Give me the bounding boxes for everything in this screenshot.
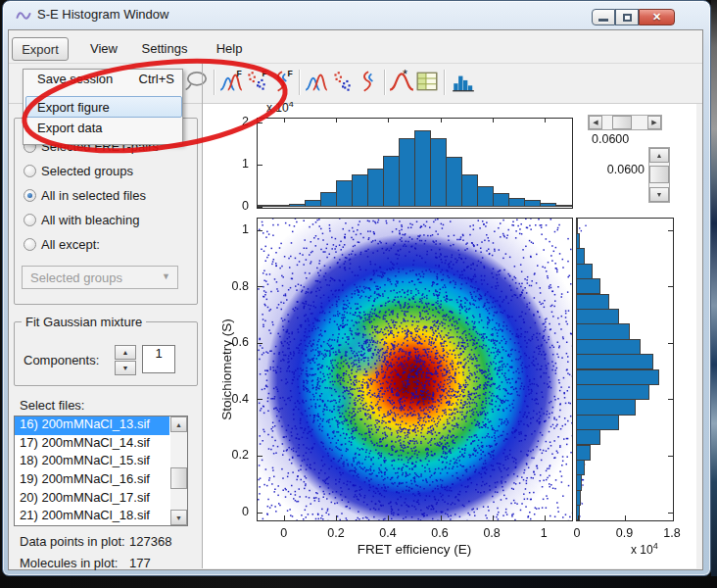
fret-hist-icon	[304, 69, 329, 94]
x-tick-mark	[545, 515, 546, 520]
right-histogram-bar	[576, 445, 591, 461]
right-histogram-bar	[576, 294, 609, 310]
right-histogram-bar	[576, 384, 649, 400]
trace-button[interactable]	[355, 69, 380, 94]
y-tick-mark	[258, 513, 263, 514]
top-histogram-bar	[524, 200, 541, 207]
menu-item-export-figure[interactable]: Export figure	[25, 96, 182, 118]
restore-icon	[623, 14, 632, 22]
chevron-down-icon: ▼	[162, 271, 170, 281]
menu-view[interactable]: View	[80, 37, 127, 61]
trace-corrected-button[interactable]: F	[269, 69, 295, 94]
right-histogram-bar	[576, 309, 619, 324]
app-wave-icon	[16, 9, 31, 26]
menu-settings[interactable]: Settings	[133, 37, 196, 61]
s-bin-value: 0.0600	[596, 163, 645, 176]
y-tick-mark	[258, 343, 263, 344]
top-hist-x-tick-mark	[441, 119, 442, 122]
right-histogram-bar	[576, 278, 600, 294]
y-axis-title: Stoichiometry (S)	[219, 296, 233, 443]
histogram-button[interactable]	[451, 69, 476, 94]
shortcut-label: Ctrl+S	[139, 72, 182, 86]
top-histogram-bar	[414, 130, 431, 207]
top-hist-multiplier: x 104	[266, 102, 306, 116]
restore-button[interactable]	[615, 9, 639, 25]
radio-all-except-label[interactable]: All except:	[41, 237, 100, 252]
desktop-bottom-strip	[0, 576, 717, 588]
top-histogram-bar	[461, 174, 478, 207]
scatter-corrected-button[interactable]: F	[244, 69, 269, 94]
scatter-button[interactable]	[329, 69, 355, 94]
right-histogram-bar	[576, 264, 593, 279]
radio-all-in-selected-files[interactable]	[24, 189, 36, 202]
scroll-up-button[interactable]: ▲	[170, 416, 187, 432]
menu-item-save-session[interactable]: Save session Ctrl+S	[25, 72, 182, 95]
radio-all-with-bleaching[interactable]	[24, 214, 36, 226]
close-button[interactable]: ✕	[639, 9, 675, 25]
files-listbox[interactable]: 16) 200mMNaCl_13.sif17) 200mMNaCl_14.sif…	[14, 416, 188, 526]
radio-selected-groups-label[interactable]: Selected groups	[41, 164, 133, 178]
gaussian-fit-icon: *	[389, 69, 414, 94]
top-histogram-bar	[399, 138, 415, 207]
menu-item-export-data[interactable]: Export data	[25, 121, 182, 144]
fret-hist-corrected-button[interactable]: F	[218, 69, 244, 94]
scroll-down-button[interactable]: ▼	[170, 510, 187, 525]
top-histogram-bar	[273, 205, 290, 207]
x-tick-label: 1	[532, 526, 555, 540]
top-hist-y-tick-labels: 012	[229, 118, 253, 209]
s-bin-scrollbar[interactable]: ▲ ▼	[648, 147, 670, 203]
file-item[interactable]: 19) 200mMNaCl_16.sif	[15, 471, 169, 490]
top-hist-y-tick-label: 0	[229, 199, 249, 213]
right-hist-y-tick-mark	[668, 286, 673, 287]
radio-all-with-bleaching-label[interactable]: All with bleaching	[41, 213, 139, 227]
menu-export[interactable]: Export	[12, 37, 69, 61]
files-scrollbar[interactable]: ▲ ▼	[170, 416, 187, 525]
components-label: Components:	[24, 353, 99, 368]
radio-all-in-selected-files-label[interactable]: All in selected files	[41, 188, 146, 203]
menu-help[interactable]: Help	[208, 37, 251, 61]
top-hist-x-tick-mark	[493, 119, 494, 122]
file-item[interactable]: 17) 200mMNaCl_14.sif	[15, 435, 169, 454]
file-item[interactable]: 16) 200mMNaCl_13.sif	[15, 416, 169, 435]
s-bin-down-button[interactable]: ▼	[649, 187, 669, 202]
right-histogram-bar	[576, 354, 653, 369]
components-spin-up[interactable]: ▲	[115, 345, 136, 360]
e-bin-value: 0.0600	[592, 132, 629, 146]
scroll-thumb[interactable]	[170, 467, 187, 489]
top-histogram-plot	[257, 118, 573, 209]
x-tick-labels: 00.20.40.60.81	[257, 524, 573, 540]
e-bin-slider[interactable]: ◀ ▶	[588, 115, 662, 130]
scatter-plot-area[interactable]	[257, 218, 573, 521]
slider-right-button[interactable]: ▶	[647, 116, 661, 129]
y-tick-label: 0.8	[223, 279, 249, 293]
components-spin-down[interactable]: ▼	[115, 361, 136, 375]
right-histogram-bar	[576, 429, 600, 445]
slider-left-button[interactable]: ◀	[589, 116, 602, 129]
right-hist-x-tick-mark	[578, 515, 579, 520]
menubar-divider	[9, 63, 702, 64]
lasso-tool-button[interactable]	[184, 69, 210, 94]
radio-all-except[interactable]	[24, 238, 36, 251]
radio-selected-groups[interactable]	[24, 165, 36, 177]
file-item[interactable]: 20) 200mMNaCl_17.sif	[15, 490, 169, 509]
x-tick-label: 0.8	[480, 526, 503, 540]
file-item[interactable]: 18) 200mMNaCl_15.sif	[15, 453, 169, 471]
top-histogram-bar	[446, 157, 462, 207]
s-bin-thumb[interactable]	[649, 166, 669, 183]
top-hist-x-tick-mark	[336, 119, 337, 122]
x-tick-mark	[493, 515, 494, 520]
datapoints-value: 127368	[129, 534, 171, 549]
slider-thumb[interactable]	[612, 116, 632, 129]
top-histogram-bar	[540, 203, 556, 207]
groups-dropdown[interactable]: Selected groups ▼	[22, 266, 178, 289]
minimize-button[interactable]	[592, 9, 615, 25]
files-list: 16) 200mMNaCl_13.sif17) 200mMNaCl_14.sif…	[15, 416, 169, 525]
file-item[interactable]: 21) 200mMNaCl_18.sif	[15, 508, 169, 525]
components-input[interactable]: 1	[142, 345, 175, 373]
right-histogram-plot	[576, 218, 674, 521]
y-tick-label: 0	[223, 505, 249, 518]
table-button[interactable]	[414, 69, 440, 94]
s-bin-up-button[interactable]: ▲	[649, 148, 669, 163]
fret-hist-button[interactable]	[304, 69, 329, 94]
gaussian-fit-button[interactable]: *	[389, 69, 414, 94]
